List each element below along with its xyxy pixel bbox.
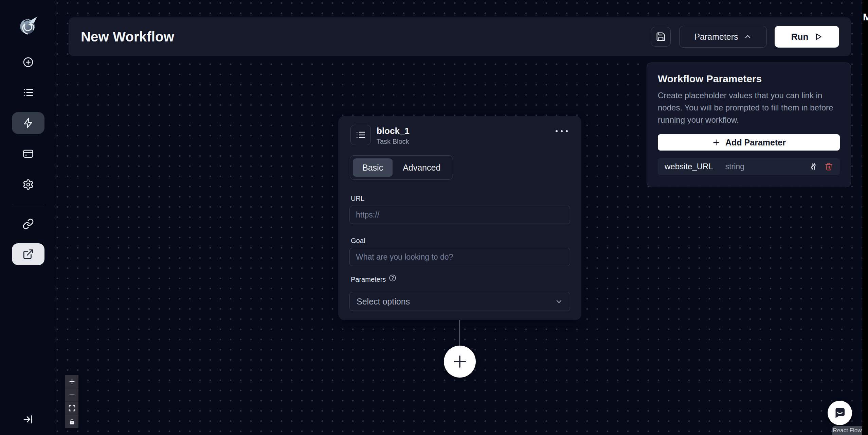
panel-description: Create placeholder values that you can l… bbox=[658, 89, 840, 126]
add-parameter-button[interactable]: Add Parameter bbox=[658, 134, 840, 151]
block-type-label: Task Block bbox=[377, 138, 409, 145]
page-title: New Workflow bbox=[81, 29, 174, 45]
sidebar-collapse-button[interactable] bbox=[22, 413, 34, 425]
goal-input[interactable] bbox=[349, 248, 570, 266]
list-icon bbox=[355, 129, 366, 140]
plus-icon bbox=[451, 353, 469, 370]
url-label: URL bbox=[351, 195, 364, 203]
arrow-right-to-bar-icon bbox=[22, 413, 34, 425]
sidebar-item-integrations[interactable] bbox=[22, 218, 34, 230]
sliders-icon[interactable] bbox=[809, 162, 818, 171]
trash-icon[interactable] bbox=[825, 162, 833, 171]
screen: New Workflow Parameters Run bbox=[0, 0, 868, 435]
parameters-select[interactable]: Select options bbox=[349, 292, 570, 311]
lock-button[interactable] bbox=[65, 415, 78, 428]
workflow-header: New Workflow Parameters Run bbox=[69, 17, 851, 56]
sidebar-item-create[interactable] bbox=[22, 56, 34, 68]
chevron-up-icon bbox=[744, 33, 752, 41]
zoom-out-button[interactable] bbox=[65, 388, 78, 402]
react-flow-attribution[interactable]: React Flow bbox=[832, 426, 862, 435]
parameters-toggle-label: Parameters bbox=[694, 32, 738, 42]
tab-basic[interactable]: Basic bbox=[353, 158, 393, 177]
canvas-controls bbox=[65, 375, 78, 428]
list-icon bbox=[22, 87, 34, 98]
zoom-in-button[interactable] bbox=[65, 375, 78, 388]
sidebar-item-external[interactable] bbox=[12, 243, 44, 265]
parameter-row: website_URL string bbox=[658, 158, 840, 175]
link-icon bbox=[22, 218, 34, 230]
parameters-label: Parameters bbox=[351, 276, 386, 283]
block-menu-button[interactable] bbox=[556, 130, 568, 132]
sidebar-item-billing[interactable] bbox=[22, 148, 34, 159]
workflow-edge bbox=[459, 320, 460, 347]
block-icon-box bbox=[350, 125, 371, 145]
run-label: Run bbox=[791, 32, 809, 42]
add-block-button[interactable] bbox=[444, 346, 476, 378]
skyvern-dragon-logo bbox=[17, 13, 39, 36]
parameters-select-value: Select options bbox=[357, 297, 410, 307]
fit-view-icon bbox=[68, 404, 76, 412]
attribution-label: React Flow bbox=[833, 427, 862, 434]
run-button[interactable]: Run bbox=[775, 26, 839, 48]
sidebar-item-settings[interactable] bbox=[22, 179, 34, 190]
url-input[interactable] bbox=[349, 206, 570, 224]
clipped-text: M bbox=[863, 11, 868, 23]
parameters-toggle-button[interactable]: Parameters bbox=[679, 26, 767, 48]
panel-title: Workflow Parameters bbox=[658, 73, 840, 85]
credit-card-icon bbox=[22, 148, 34, 159]
background-window-sliver: M bbox=[862, 0, 868, 435]
block-name: block_1 bbox=[377, 126, 410, 136]
task-block-node[interactable]: block_1 Task Block Basic Advanced URL Go… bbox=[338, 116, 581, 320]
sidebar-item-workflows[interactable] bbox=[12, 112, 44, 134]
plus-icon bbox=[712, 138, 721, 147]
gear-icon bbox=[22, 179, 34, 190]
fit-view-button[interactable] bbox=[65, 402, 78, 415]
chat-launcher-button[interactable] bbox=[828, 401, 852, 425]
zap-icon bbox=[22, 117, 34, 129]
sidebar-divider bbox=[12, 204, 44, 204]
sidebar bbox=[0, 0, 56, 435]
help-circle-icon[interactable] bbox=[388, 274, 397, 282]
tab-advanced[interactable]: Advanced bbox=[393, 158, 450, 177]
zoom-out-icon bbox=[68, 391, 76, 399]
sidebar-item-tasks[interactable] bbox=[22, 87, 34, 98]
save-icon bbox=[656, 32, 666, 42]
play-icon bbox=[814, 32, 822, 41]
chat-bubble-icon bbox=[833, 406, 847, 420]
parameter-type: string bbox=[725, 162, 744, 171]
external-link-icon bbox=[22, 248, 34, 260]
save-button[interactable] bbox=[651, 27, 671, 47]
lock-icon bbox=[69, 418, 75, 425]
chevron-down-icon bbox=[555, 297, 563, 306]
workflow-parameters-panel: Workflow Parameters Create placeholder v… bbox=[647, 63, 851, 187]
add-parameter-label: Add Parameter bbox=[725, 138, 786, 147]
zoom-in-icon bbox=[68, 378, 76, 385]
app-window: New Workflow Parameters Run bbox=[0, 0, 862, 435]
plus-circle-icon bbox=[22, 56, 34, 68]
block-mode-tabs: Basic Advanced bbox=[350, 155, 453, 180]
goal-label: Goal bbox=[351, 237, 365, 245]
parameter-name: website_URL bbox=[665, 162, 713, 171]
